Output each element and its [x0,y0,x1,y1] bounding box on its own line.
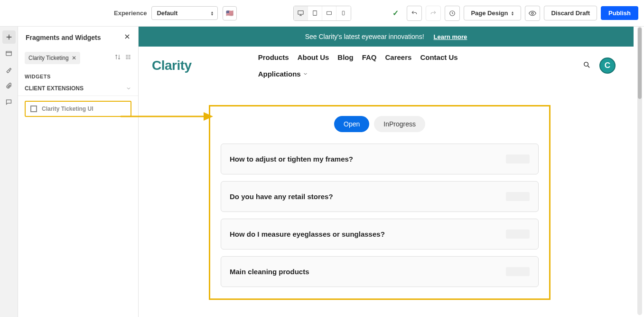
search-icon [583,61,591,69]
device-landscape-button[interactable] [322,6,336,20]
sidebar-header: Fragments and Widgets [18,27,138,49]
select-caret-icon: ▲▼ [210,11,214,16]
tab-open[interactable]: Open [334,116,369,132]
clock-icon [449,10,456,17]
nav-applications[interactable]: Applications [258,70,308,78]
ticket-title: Main cleaning products [230,268,309,276]
site-search-button[interactable] [583,61,591,71]
rail-content-button[interactable] [2,79,16,92]
tablet-icon [312,10,318,17]
widget-item-label: Clarity Ticketing UI [42,106,93,112]
svg-rect-0 [298,11,303,15]
ticket-row[interactable]: How do I measure eyeglasses or sunglasse… [221,219,539,250]
primary-nav: Products About Us Blog FAQ Careers Conta… [258,53,505,78]
close-icon [124,33,131,40]
svg-point-5 [532,12,533,14]
banner-learn-more-link[interactable]: Learn more [434,33,467,40]
sidebar-panel: Fragments and Widgets Clarity Ticketing … [18,27,139,317]
site-logo[interactable]: Clarity [152,58,192,73]
grid-view-button[interactable] [125,54,131,62]
nav-faq[interactable]: FAQ [362,53,377,61]
device-desktop-button[interactable] [294,6,308,20]
ticket-status-badge: OPEN [506,267,530,276]
ticket-status-badge: OPEN [506,230,530,239]
nav-products[interactable]: Products [258,53,289,61]
svg-rect-1 [313,11,317,16]
paperclip-icon [5,82,12,89]
left-rail [0,27,18,317]
nav-careers[interactable]: Careers [385,53,412,61]
experience-select[interactable]: Default ▲▼ [151,6,218,20]
page-design-select[interactable]: Page Design ▲▼ [464,6,521,20]
discard-draft-button[interactable]: Discard Draft [544,6,597,20]
ticket-row[interactable]: How to adjust or tighten my frames? OPEN [221,144,539,174]
publish-button[interactable]: Publish [601,6,638,20]
filter-chip-label: Clarity Ticketing [28,55,69,61]
nav-applications-label: Applications [258,70,301,78]
desktop-icon [297,10,304,17]
chevron-down-icon [303,71,308,77]
ticket-list: How to adjust or tighten my frames? OPEN… [210,144,549,287]
main-layout: Fragments and Widgets Clarity Ticketing … [0,27,644,317]
eye-icon [529,10,536,17]
ticket-row[interactable]: Main cleaning products OPEN [221,256,539,287]
redo-button[interactable] [426,6,441,21]
browser-icon [5,50,12,57]
vertical-scrollbar[interactable] [637,27,642,315]
avatar-initial: C [605,61,610,70]
ticketing-widget: Open InProgress How to adjust or tighten… [210,106,549,287]
canvas-inner: See Clarity's latest eyewear innovations… [139,27,634,317]
publish-label: Publish [608,10,631,17]
page-canvas: See Clarity's latest eyewear innovations… [139,27,644,317]
chip-remove-icon[interactable]: ✕ [72,55,76,61]
nav-blog[interactable]: Blog [337,53,353,61]
ticket-title: How do I measure eyeglasses or sunglasse… [230,230,385,238]
preview-button[interactable] [525,6,540,21]
banner-text: See Clarity's latest eyewear innovations… [305,33,424,40]
section-label-widgets: WIDGETS [18,67,138,81]
svg-point-11 [584,62,588,66]
avatar[interactable]: C [599,58,616,74]
history-button[interactable] [445,6,460,21]
svg-rect-9 [126,58,128,59]
chevron-down-icon [126,86,131,91]
toolbar-left-group: Experience Default ▲▼ 🇺🇸 [114,6,237,20]
rail-comments-button[interactable] [2,95,16,108]
device-tablet-button[interactable] [308,6,322,20]
nav-contact[interactable]: Contact Us [420,53,457,61]
comment-icon [5,98,12,106]
plus-icon [5,33,13,41]
landscape-icon [326,10,333,16]
device-mobile-button[interactable] [336,6,351,20]
undo-button[interactable] [407,6,422,21]
sidebar-close-button[interactable] [124,33,131,42]
nav-about[interactable]: About Us [298,53,329,61]
svg-rect-10 [129,58,131,59]
rail-design-button[interactable] [2,63,16,76]
rail-add-button[interactable] [2,30,16,44]
ticket-status-badge: OPEN [506,192,530,201]
undo-icon [411,10,418,17]
svg-rect-7 [126,55,128,57]
promo-banner: See Clarity's latest eyewear innovations… [139,27,634,47]
mobile-icon [341,10,346,17]
top-toolbar: Experience Default ▲▼ 🇺🇸 ✓ [0,0,644,27]
device-button-group [293,6,351,21]
filter-chip[interactable]: Clarity Ticketing ✕ [25,52,80,64]
redo-icon [430,10,437,17]
brush-icon [5,66,12,73]
scrollbar-thumb[interactable] [638,28,642,99]
site-header-right: C [583,58,616,74]
site-header: Clarity Products About Us Blog FAQ Caree… [139,47,634,84]
ticket-row[interactable]: Do you have any retail stores? OPEN [221,181,539,212]
flag-us-icon: 🇺🇸 [226,10,233,17]
locale-button[interactable]: 🇺🇸 [223,6,237,20]
ticket-status-tabs: Open InProgress [210,116,549,132]
svg-rect-6 [6,51,11,56]
section-client-extensions[interactable]: CLIENT EXTENSIONS [18,81,138,96]
svg-rect-8 [129,55,131,57]
rail-browser-button[interactable] [2,47,16,60]
widget-item-clarity-ticketing[interactable]: Clarity Ticketing UI [25,101,131,117]
tab-inprogress[interactable]: InProgress [374,116,425,132]
sort-button[interactable] [114,54,121,62]
